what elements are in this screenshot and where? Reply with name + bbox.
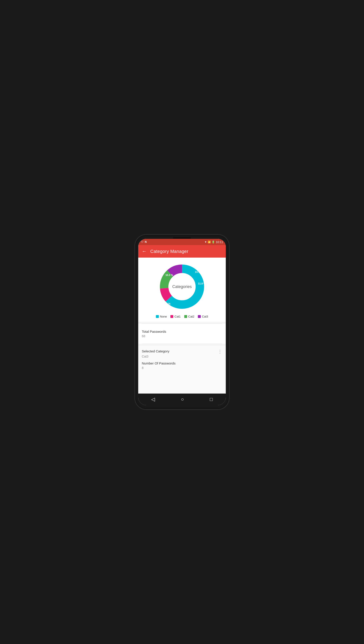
divider-mid (142, 344, 222, 344)
status-icons-left: 🛡 N (141, 240, 147, 244)
content-spacer (138, 373, 226, 393)
nav-back-button[interactable]: ◁ (151, 396, 155, 402)
selected-category-section: Selected Category ⋮ Cat3 Number Of Passw… (138, 346, 226, 373)
wifi-icon: ▼ (204, 241, 207, 243)
phone-notch (173, 237, 191, 239)
phone-screen: 🛡 N ▼ 📶 🔋 10:11 ← Category Manager (138, 239, 226, 405)
n-icon: N (145, 240, 147, 244)
battery-icon: 🔋 (212, 241, 215, 244)
legend-cat3-color (198, 315, 201, 318)
chart-center-label: Categories (172, 284, 192, 289)
num-passwords-label: Number Of Passwords (142, 361, 222, 365)
nav-recent-button[interactable]: □ (210, 396, 213, 402)
legend-cat2: Cat2 (184, 315, 194, 318)
legend-cat1-color (170, 315, 173, 318)
legend-cat3-label: Cat3 (202, 315, 208, 318)
legend-cat3: Cat3 (198, 315, 208, 318)
status-bar: 🛡 N ▼ 📶 🔋 10:11 (138, 239, 226, 245)
more-options-button[interactable]: ⋮ (218, 349, 222, 354)
shield-icon: 🛡 (141, 241, 143, 243)
chart-area: Categories 63.2 % 10.3 % 14.7 % 11.8 % N… (138, 258, 226, 322)
legend-cat2-label: Cat2 (188, 315, 194, 318)
app-title: Category Manager (150, 249, 188, 254)
nav-bar: ◁ ○ □ (138, 393, 226, 405)
chart-legend: None Cat1 Cat2 Cat3 (156, 315, 208, 318)
total-passwords-row: Total Passwords 68 (142, 327, 222, 340)
phone-frame: 🛡 N ▼ 📶 🔋 10:11 ← Category Manager (135, 235, 229, 409)
legend-none-color (156, 315, 159, 318)
legend-none: None (156, 315, 167, 318)
num-passwords-value: 8 (142, 366, 222, 370)
signal-icon: 📶 (208, 241, 211, 244)
status-icons-right: ▼ 📶 🔋 10:11 (204, 240, 223, 244)
selected-category-value: Cat3 (142, 355, 222, 358)
total-passwords-section: Total Passwords 68 (138, 324, 226, 344)
legend-cat1: Cat1 (170, 315, 180, 318)
selected-category-label: Selected Category (142, 349, 169, 353)
legend-cat1-label: Cat1 (174, 315, 180, 318)
donut-chart-container: Categories 63.2 % 10.3 % 14.7 % 11.8 % (158, 262, 206, 311)
total-passwords-label: Total Passwords (142, 330, 222, 333)
total-passwords-value: 68 (142, 334, 222, 338)
spacer (138, 322, 226, 324)
selected-category-header: Selected Category ⋮ (142, 349, 222, 354)
nav-home-button[interactable]: ○ (181, 396, 184, 402)
main-content: Categories 63.2 % 10.3 % 14.7 % 11.8 % N… (138, 258, 226, 393)
status-time: 10:11 (216, 240, 223, 244)
legend-cat2-color (184, 315, 187, 318)
back-button[interactable]: ← (142, 249, 147, 254)
legend-none-label: None (160, 315, 167, 318)
app-bar: ← Category Manager (138, 245, 226, 258)
